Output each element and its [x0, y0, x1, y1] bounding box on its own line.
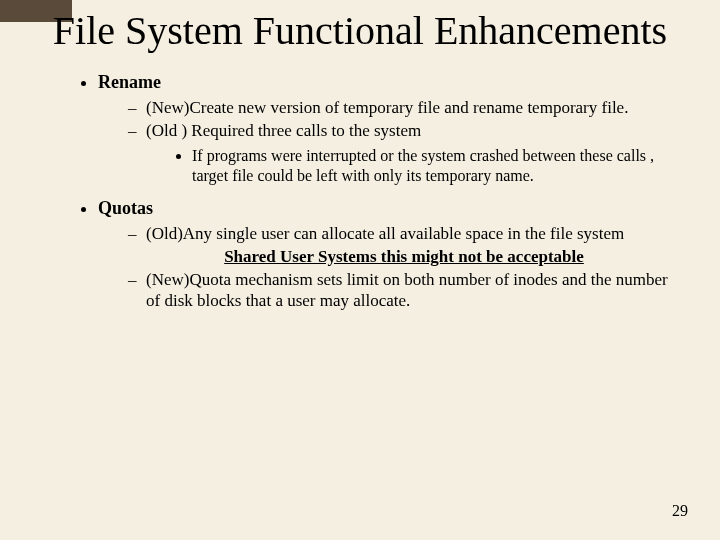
bullet-quotas-label: Quotas — [98, 198, 153, 218]
quotas-new: (New)Quota mechanism sets limit on both … — [128, 269, 680, 312]
quotas-old-text: (Old)Any single user can allocate all av… — [146, 224, 624, 243]
page-number: 29 — [672, 502, 688, 520]
bullet-rename-label: Rename — [98, 72, 161, 92]
quotas-sub-list: (Old)Any single user can allocate all av… — [98, 223, 680, 312]
quotas-caution: Shared User Systems this might not be ac… — [128, 246, 680, 267]
bullet-rename: Rename (New)Create new version of tempor… — [98, 72, 680, 186]
bullet-quotas: Quotas (Old)Any single user can allocate… — [98, 198, 680, 312]
slide-body: File System Functional Enhancements Rena… — [0, 0, 720, 540]
main-bullet-list: Rename (New)Create new version of tempor… — [40, 72, 680, 312]
rename-new: (New)Create new version of temporary fil… — [128, 97, 680, 118]
rename-detail: If programs were interrupted or the syst… — [192, 146, 680, 186]
rename-old-text: (Old ) Required three calls to the syste… — [146, 121, 421, 140]
slide-title: File System Functional Enhancements — [40, 8, 680, 54]
rename-old: (Old ) Required three calls to the syste… — [128, 120, 680, 185]
rename-detail-list: If programs were interrupted or the syst… — [146, 146, 680, 186]
rename-sub-list: (New)Create new version of temporary fil… — [98, 97, 680, 186]
quotas-old: (Old)Any single user can allocate all av… — [128, 223, 680, 268]
